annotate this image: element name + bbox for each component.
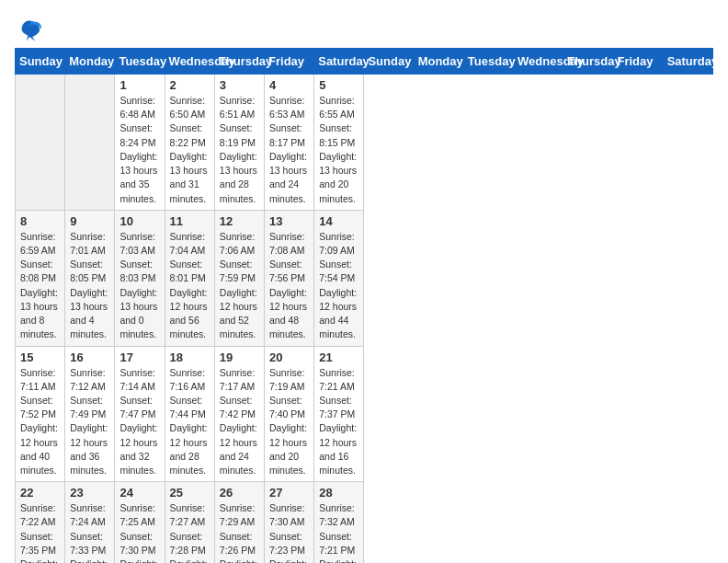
calendar-week-4: 22Sunrise: 7:22 AMSunset: 7:35 PMDayligh… <box>16 482 713 563</box>
day-info: Sunrise: 6:48 AMSunset: 8:24 PMDaylight:… <box>119 94 159 206</box>
day-header-tuesday: Tuesday <box>463 49 513 75</box>
calendar-day-3: 3Sunrise: 6:51 AMSunset: 8:19 PMDaylight… <box>214 75 264 211</box>
day-info: Sunrise: 7:06 AMSunset: 7:59 PMDaylight:… <box>220 230 259 342</box>
day-info: Sunrise: 7:01 AMSunset: 8:05 PMDaylight:… <box>70 230 109 342</box>
day-header-saturday: Saturday <box>663 49 712 75</box>
day-number: 19 <box>220 350 259 364</box>
calendar-table: SundayMondayTuesdayWednesdayThursdayFrid… <box>15 48 713 563</box>
calendar-day-13: 13Sunrise: 7:08 AMSunset: 7:56 PMDayligh… <box>265 210 314 346</box>
day-info: Sunrise: 7:27 AMSunset: 7:28 PMDaylight:… <box>170 501 210 563</box>
day-info: Sunrise: 7:11 AMSunset: 7:52 PMDaylight:… <box>20 366 60 478</box>
page-header <box>15 15 713 44</box>
calendar-day-12: 12Sunrise: 7:06 AMSunset: 7:59 PMDayligh… <box>214 210 264 346</box>
day-info: Sunrise: 6:51 AMSunset: 8:19 PMDaylight:… <box>220 94 259 206</box>
calendar-day-26: 26Sunrise: 7:29 AMSunset: 7:26 PMDayligh… <box>214 482 264 563</box>
day-info: Sunrise: 7:16 AMSunset: 7:44 PMDaylight:… <box>170 366 210 478</box>
logo <box>15 15 48 44</box>
day-info: Sunrise: 7:19 AMSunset: 7:40 PMDaylight:… <box>269 366 309 478</box>
day-number: 21 <box>319 350 358 364</box>
calendar-day-20: 20Sunrise: 7:19 AMSunset: 7:40 PMDayligh… <box>265 346 314 482</box>
day-number: 18 <box>170 350 210 364</box>
day-number: 24 <box>119 486 159 500</box>
day-number: 14 <box>319 214 358 228</box>
calendar-day-8: 8Sunrise: 6:59 AMSunset: 8:08 PMDaylight… <box>16 210 65 346</box>
day-header-wednesday: Wednesday <box>514 49 563 75</box>
calendar-day-14: 14Sunrise: 7:09 AMSunset: 7:54 PMDayligh… <box>314 210 364 346</box>
calendar-day-1: 1Sunrise: 6:48 AMSunset: 8:24 PMDaylight… <box>115 75 165 211</box>
calendar-day-24: 24Sunrise: 7:25 AMSunset: 7:30 PMDayligh… <box>115 482 165 563</box>
logo-icon <box>15 15 44 44</box>
day-info: Sunrise: 7:32 AMSunset: 7:21 PMDaylight:… <box>319 501 358 563</box>
calendar-day-empty <box>16 75 65 211</box>
calendar-day-21: 21Sunrise: 7:21 AMSunset: 7:37 PMDayligh… <box>314 346 364 482</box>
day-info: Sunrise: 6:59 AMSunset: 8:08 PMDaylight:… <box>20 230 60 342</box>
day-header-thursday: Thursday <box>563 49 613 75</box>
day-number: 3 <box>220 78 259 92</box>
day-info: Sunrise: 6:53 AMSunset: 8:17 PMDaylight:… <box>269 94 309 206</box>
day-number: 4 <box>269 78 309 92</box>
day-info: Sunrise: 7:04 AMSunset: 8:01 PMDaylight:… <box>170 230 210 342</box>
day-info: Sunrise: 7:21 AMSunset: 7:37 PMDaylight:… <box>319 366 358 478</box>
day-header-friday: Friday <box>265 49 314 75</box>
day-number: 27 <box>269 486 309 500</box>
day-info: Sunrise: 7:30 AMSunset: 7:23 PMDaylight:… <box>269 501 309 563</box>
day-info: Sunrise: 7:09 AMSunset: 7:54 PMDaylight:… <box>319 230 358 342</box>
day-header-thursday: Thursday <box>214 49 264 75</box>
day-number: 5 <box>319 78 358 92</box>
calendar-day-15: 15Sunrise: 7:11 AMSunset: 7:52 PMDayligh… <box>16 346 65 482</box>
day-header-tuesday: Tuesday <box>115 49 165 75</box>
calendar-day-4: 4Sunrise: 6:53 AMSunset: 8:17 PMDaylight… <box>265 75 314 211</box>
calendar-day-5: 5Sunrise: 6:55 AMSunset: 8:15 PMDaylight… <box>314 75 364 211</box>
calendar-day-27: 27Sunrise: 7:30 AMSunset: 7:23 PMDayligh… <box>265 482 314 563</box>
day-number: 26 <box>220 486 259 500</box>
day-number: 25 <box>170 486 210 500</box>
calendar-day-18: 18Sunrise: 7:16 AMSunset: 7:44 PMDayligh… <box>165 346 214 482</box>
day-header-wednesday: Wednesday <box>165 49 214 75</box>
calendar-day-28: 28Sunrise: 7:32 AMSunset: 7:21 PMDayligh… <box>314 482 364 563</box>
day-number: 15 <box>20 350 60 364</box>
day-header-monday: Monday <box>414 49 463 75</box>
calendar-day-11: 11Sunrise: 7:04 AMSunset: 8:01 PMDayligh… <box>165 210 214 346</box>
day-number: 10 <box>119 214 159 228</box>
calendar-header-row: SundayMondayTuesdayWednesdayThursdayFrid… <box>16 49 713 75</box>
day-number: 8 <box>20 214 60 228</box>
day-header-sunday: Sunday <box>364 49 414 75</box>
day-header-monday: Monday <box>65 49 115 75</box>
calendar-day-2: 2Sunrise: 6:50 AMSunset: 8:22 PMDaylight… <box>165 75 214 211</box>
day-number: 17 <box>119 350 159 364</box>
day-info: Sunrise: 6:55 AMSunset: 8:15 PMDaylight:… <box>319 94 358 206</box>
calendar-day-17: 17Sunrise: 7:14 AMSunset: 7:47 PMDayligh… <box>115 346 165 482</box>
day-info: Sunrise: 7:12 AMSunset: 7:49 PMDaylight:… <box>70 366 109 478</box>
day-number: 22 <box>20 486 60 500</box>
day-info: Sunrise: 7:17 AMSunset: 7:42 PMDaylight:… <box>220 366 259 478</box>
day-number: 2 <box>170 78 210 92</box>
calendar-day-empty <box>65 75 115 211</box>
day-info: Sunrise: 6:50 AMSunset: 8:22 PMDaylight:… <box>170 94 210 206</box>
calendar-week-3: 15Sunrise: 7:11 AMSunset: 7:52 PMDayligh… <box>16 346 713 482</box>
day-number: 11 <box>170 214 210 228</box>
day-number: 9 <box>70 214 109 228</box>
calendar-day-10: 10Sunrise: 7:03 AMSunset: 8:03 PMDayligh… <box>115 210 165 346</box>
calendar-day-22: 22Sunrise: 7:22 AMSunset: 7:35 PMDayligh… <box>16 482 65 563</box>
day-info: Sunrise: 7:03 AMSunset: 8:03 PMDaylight:… <box>119 230 159 342</box>
day-info: Sunrise: 7:14 AMSunset: 7:47 PMDaylight:… <box>119 366 159 478</box>
day-header-sunday: Sunday <box>16 49 65 75</box>
day-number: 28 <box>319 486 358 500</box>
day-info: Sunrise: 7:25 AMSunset: 7:30 PMDaylight:… <box>119 501 159 563</box>
day-info: Sunrise: 7:22 AMSunset: 7:35 PMDaylight:… <box>20 501 60 563</box>
calendar-day-9: 9Sunrise: 7:01 AMSunset: 8:05 PMDaylight… <box>65 210 115 346</box>
day-number: 23 <box>70 486 109 500</box>
day-info: Sunrise: 7:08 AMSunset: 7:56 PMDaylight:… <box>269 230 309 342</box>
day-number: 13 <box>269 214 309 228</box>
day-header-friday: Friday <box>613 49 663 75</box>
day-number: 20 <box>269 350 309 364</box>
day-number: 1 <box>119 78 159 92</box>
day-info: Sunrise: 7:29 AMSunset: 7:26 PMDaylight:… <box>220 501 259 563</box>
calendar-week-2: 8Sunrise: 6:59 AMSunset: 8:08 PMDaylight… <box>16 210 713 346</box>
day-header-saturday: Saturday <box>314 49 364 75</box>
day-number: 12 <box>220 214 259 228</box>
calendar-day-25: 25Sunrise: 7:27 AMSunset: 7:28 PMDayligh… <box>165 482 214 563</box>
day-number: 16 <box>70 350 109 364</box>
calendar-day-19: 19Sunrise: 7:17 AMSunset: 7:42 PMDayligh… <box>214 346 264 482</box>
calendar-week-1: 1Sunrise: 6:48 AMSunset: 8:24 PMDaylight… <box>16 75 713 211</box>
